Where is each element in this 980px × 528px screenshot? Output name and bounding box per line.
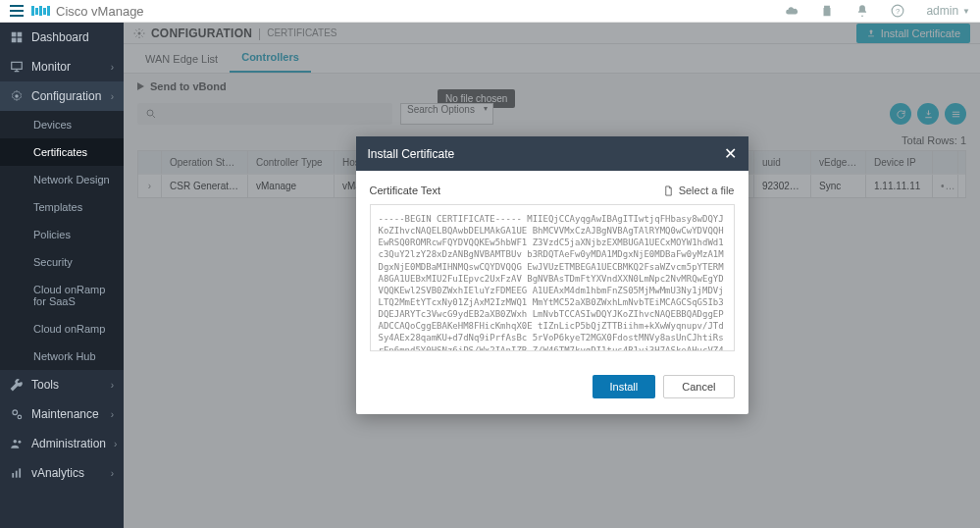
svg-rect-2 — [12, 32, 17, 37]
subnav-onrampsaas[interactable]: Cloud onRamp for SaaS — [0, 276, 124, 315]
grid-icon — [10, 30, 24, 44]
user-menu[interactable]: admin▼ — [926, 4, 970, 18]
chart-icon — [10, 466, 24, 480]
sidebar-item-maintenance[interactable]: Maintenance › — [0, 399, 124, 429]
monitor-icon — [10, 60, 24, 74]
install-certificate-modal: Install Certificate ✕ Certificate Text S… — [356, 136, 748, 414]
cloud-icon[interactable] — [785, 4, 799, 18]
sidebar-item-dashboard[interactable]: Dashboard — [0, 23, 124, 52]
svg-point-11 — [18, 441, 21, 444]
modal-footer: Install Cancel — [356, 365, 748, 414]
install-button[interactable]: Install — [593, 375, 656, 398]
svg-rect-6 — [12, 62, 23, 69]
svg-text:?: ? — [896, 7, 900, 16]
wrench-icon — [10, 378, 24, 392]
chevron-right-icon: › — [111, 409, 114, 420]
certificate-text-label: Certificate Text — [370, 185, 441, 196]
chevron-right-icon: › — [111, 62, 114, 73]
sidebar-label: Maintenance — [31, 407, 99, 421]
user-name: admin — [926, 4, 958, 18]
sidebar-item-configuration[interactable]: Configuration › — [0, 81, 124, 111]
select-file-label: Select a file — [679, 185, 735, 196]
subnav-devices[interactable]: Devices — [0, 111, 124, 138]
brand-name: Cisco vManage — [56, 4, 144, 19]
subnav-networkdesign[interactable]: Network Design — [0, 166, 124, 193]
cancel-button[interactable]: Cancel — [663, 375, 734, 398]
svg-rect-4 — [12, 38, 17, 43]
sidebar-item-monitor[interactable]: Monitor › — [0, 52, 124, 81]
help-icon[interactable]: ? — [891, 4, 904, 18]
sidebar-label: Dashboard — [31, 30, 89, 44]
clipboard-icon[interactable] — [820, 4, 834, 18]
topbar-right: ? admin▼ — [785, 4, 970, 18]
modal-title: Install Certificate — [368, 147, 455, 161]
chevron-right-icon: › — [114, 439, 117, 449]
subnav-templates[interactable]: Templates — [0, 193, 124, 221]
modal-close-button[interactable]: ✕ — [724, 144, 737, 163]
sidebar-item-vanalytics[interactable]: vAnalytics › — [0, 458, 124, 488]
svg-rect-13 — [16, 471, 18, 478]
sidebar-subnav: Devices Certificates Network Design Temp… — [0, 111, 124, 370]
sidebar-label: Tools — [31, 378, 59, 392]
modal-header: Install Certificate ✕ — [356, 136, 748, 171]
svg-rect-5 — [18, 38, 23, 43]
certificate-textarea[interactable]: -----BEGIN CERTIFICATE----- MIIEQjCCAyqg… — [370, 204, 735, 351]
topbar: Cisco vManage ? admin▼ — [0, 0, 980, 23]
hamburger-menu[interactable] — [10, 5, 24, 17]
sidebar-label: Configuration — [31, 89, 101, 103]
sidebar-label: vAnalytics — [31, 466, 84, 480]
gearset-icon — [10, 407, 24, 421]
content-area: CONFIGURATION | CERTIFICATES Install Cer… — [124, 23, 980, 528]
sidebar: Dashboard Monitor › Configuration › Devi… — [0, 23, 124, 528]
subnav-certificates[interactable]: Certificates — [0, 138, 124, 166]
sidebar-label: Administration — [31, 437, 106, 450]
modal-body: Certificate Text Select a file -----BEGI… — [356, 171, 748, 365]
gear-icon — [10, 89, 24, 103]
subnav-networkhub[interactable]: Network Hub — [0, 343, 124, 370]
svg-rect-3 — [18, 32, 23, 37]
chevron-right-icon: › — [111, 380, 114, 391]
svg-point-10 — [14, 440, 18, 444]
svg-point-8 — [13, 410, 18, 415]
sidebar-item-administration[interactable]: Administration › — [0, 429, 124, 458]
subnav-onramp[interactable]: Cloud onRamp — [0, 315, 124, 343]
file-icon — [663, 185, 674, 196]
users-icon — [10, 437, 24, 450]
subnav-policies[interactable]: Policies — [0, 221, 124, 248]
svg-rect-12 — [12, 473, 14, 478]
svg-rect-14 — [19, 468, 21, 477]
chevron-right-icon: › — [111, 468, 114, 479]
bell-icon[interactable] — [855, 4, 869, 18]
select-file-button[interactable]: Select a file — [663, 185, 735, 196]
svg-point-7 — [15, 94, 19, 98]
modal-overlay: Install Certificate ✕ Certificate Text S… — [124, 23, 980, 528]
svg-point-9 — [18, 415, 22, 419]
subnav-security[interactable]: Security — [0, 248, 124, 276]
chevron-right-icon: › — [111, 91, 114, 102]
sidebar-item-tools[interactable]: Tools › — [0, 370, 124, 399]
sidebar-label: Monitor — [31, 60, 71, 74]
cisco-logo — [31, 6, 50, 16]
